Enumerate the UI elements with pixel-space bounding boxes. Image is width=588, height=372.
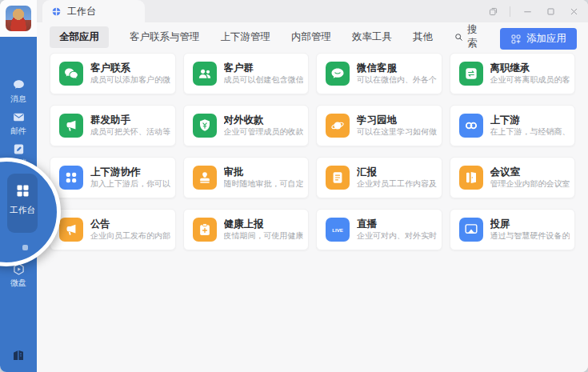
app-card-text: 汇报企业对员工工作内容及过... [357, 166, 437, 190]
sidebar-item-workbench[interactable]: 工作台 [7, 174, 38, 233]
filter-tab-0[interactable]: 全部应用 [50, 26, 109, 48]
maximize-icon[interactable] [544, 5, 557, 18]
app-card[interactable]: 客户联系成员可以添加客户的微信... [50, 53, 176, 94]
app-title: 学习园地 [357, 114, 437, 126]
app-card-text: 直播企业可对内、对外实时分... [357, 218, 437, 242]
mail-icon [12, 110, 26, 124]
svg-text:LIVE: LIVE [332, 227, 343, 233]
search-label: 搜索 [467, 23, 478, 50]
message-icon [12, 78, 26, 92]
workbench-content: 全部应用客户联系与管理上下游管理内部管理效率工具其他搜索 添加应用 客户联系成员… [37, 22, 588, 372]
workbench-grid-icon [14, 182, 31, 199]
tab-title: 工作台 [67, 5, 96, 18]
app-title: 离职继承 [490, 62, 570, 74]
app-title: 群发助手 [90, 114, 170, 126]
app-title: 客户联系 [90, 62, 170, 74]
approval-stamp-icon [193, 166, 217, 190]
app-card[interactable]: 离职继承企业可将离职成员的客户... [450, 53, 576, 94]
app-card[interactable]: 汇报企业对员工工作内容及过... [316, 157, 442, 198]
learning-planet-icon [326, 114, 350, 138]
sidebar-item-label: 邮件 [10, 126, 26, 135]
sidebar-item-mail[interactable]: 邮件 [0, 110, 37, 135]
app-card[interactable]: 群发助手成员可把关怀、活动等消... [50, 105, 176, 146]
updown-collab-icon [59, 166, 83, 190]
app-card-text: 客户联系成员可以添加客户的微信... [90, 62, 170, 86]
app-title: 投屏 [490, 218, 570, 230]
add-app-label: 添加应用 [526, 32, 566, 46]
user-avatar[interactable] [6, 6, 31, 31]
filter-tab-2[interactable]: 上下游管理 [221, 30, 271, 44]
app-card-text: 上下游在上下游，与经销商、供... [490, 114, 570, 138]
filter-tab-3[interactable]: 内部管理 [291, 30, 331, 44]
app-description: 企业可对内、对外实时分... [357, 230, 437, 242]
app-grid: 客户联系成员可以添加客户的微信...客户群成员可以创建包含微信用...微信客服可… [50, 53, 575, 250]
app-description: 企业可将离职成员的客户... [490, 74, 570, 86]
app-card-text: 微信客服可以在微信内、外各个场... [357, 62, 437, 86]
app-title: 对外收款 [224, 114, 304, 126]
app-card[interactable]: 健康上报疫情期间，可使用健康上... [183, 209, 310, 250]
meeting-door-icon [459, 166, 483, 190]
app-card[interactable]: 公告企业向员工发布的内部重... [50, 209, 176, 250]
app-title: 会议室 [490, 166, 570, 178]
search-icon [454, 32, 464, 42]
app-description: 管理企业内部的会议室... [490, 178, 570, 190]
search-button[interactable]: 搜索 [454, 23, 478, 50]
app-description: 加入上下游后，你可以便... [90, 178, 170, 190]
popout-icon[interactable] [486, 5, 499, 18]
live-icon: LIVE [326, 218, 350, 242]
app-card-text: 公告企业向员工发布的内部重... [90, 218, 170, 242]
app-description: 可以在微信内、外各个场... [357, 74, 437, 86]
wecom-window: 工作台 消息邮件文档日程微盘 全部应用客户联系与管理上下游管理内部管理效率工具其… [0, 0, 588, 372]
controls-divider [510, 6, 510, 17]
titlebar: 工作台 [37, 0, 588, 22]
app-description: 在上下游，与经销商、供... [490, 126, 570, 138]
filter-tab-1[interactable]: 客户联系与管理 [130, 30, 200, 44]
workbench-label: 工作台 [10, 205, 35, 216]
app-card-text: 会议室管理企业内部的会议室... [490, 166, 570, 190]
filter-tab-5[interactable]: 其他 [413, 30, 433, 44]
filter-tab-4[interactable]: 效率工具 [352, 30, 392, 44]
app-card-text: 投屏通过与智慧硬件设备的连接... [490, 218, 570, 242]
spotlight-dot [22, 245, 28, 250]
workbench-compass-icon [51, 6, 62, 17]
company-building-icon[interactable] [0, 346, 37, 362]
customer-group-icon [193, 62, 217, 86]
app-title: 公告 [90, 218, 170, 230]
app-card-text: 群发助手成员可把关怀、活动等消... [90, 114, 170, 138]
wechat-service-icon [326, 62, 350, 86]
sidebar-item-messages[interactable]: 消息 [0, 78, 37, 103]
app-card-text: 学习园地可以在这里学习如何做好... [357, 114, 437, 138]
app-card[interactable]: 上下游协作加入上下游后，你可以便... [50, 157, 176, 198]
app-description: 随时随地审批，可自定义... [224, 178, 304, 190]
app-title: 上下游 [490, 114, 570, 126]
app-card[interactable]: LIVE直播企业可对内、对外实时分... [316, 209, 442, 250]
sidebar-item-label: 消息 [10, 94, 26, 103]
app-title: 上下游协作 [90, 166, 170, 178]
payment-shield-icon [193, 114, 217, 138]
app-category-filters: 全部应用客户联系与管理上下游管理内部管理效率工具其他搜索 [50, 26, 476, 48]
close-icon[interactable] [567, 5, 580, 18]
app-title: 微信客服 [357, 62, 437, 74]
app-title: 健康上报 [224, 218, 304, 230]
app-card[interactable]: 对外收款企业可管理成员的收款... [183, 105, 310, 146]
minimize-icon[interactable] [521, 5, 534, 18]
app-card[interactable]: 审批随时随地审批，可自定义... [183, 157, 310, 198]
app-description: 可以在这里学习如何做好... [357, 126, 437, 138]
app-card[interactable]: 客户群成员可以创建包含微信用... [183, 53, 310, 94]
app-description: 疫情期间，可使用健康上... [224, 230, 304, 242]
app-title: 汇报 [357, 166, 437, 178]
app-card[interactable]: 微信客服可以在微信内、外各个场... [316, 53, 442, 94]
docs-icon [12, 142, 26, 156]
health-report-icon [193, 218, 217, 242]
app-card-text: 审批随时随地审批，可自定义... [224, 166, 304, 190]
app-card-text: 上下游协作加入上下游后，你可以便... [90, 166, 170, 190]
add-app-button[interactable]: 添加应用 [500, 28, 577, 50]
window-controls [486, 0, 580, 22]
tab-workbench[interactable]: 工作台 [42, 0, 145, 22]
app-card[interactable]: 投屏通过与智慧硬件设备的连接... [450, 209, 576, 250]
app-card[interactable]: 学习园地可以在这里学习如何做好... [316, 105, 442, 146]
resign-transfer-icon [459, 62, 483, 86]
app-card[interactable]: 上下游在上下游，与经销商、供... [450, 105, 576, 146]
app-card[interactable]: 会议室管理企业内部的会议室... [450, 157, 576, 198]
announcement-icon [59, 218, 83, 242]
